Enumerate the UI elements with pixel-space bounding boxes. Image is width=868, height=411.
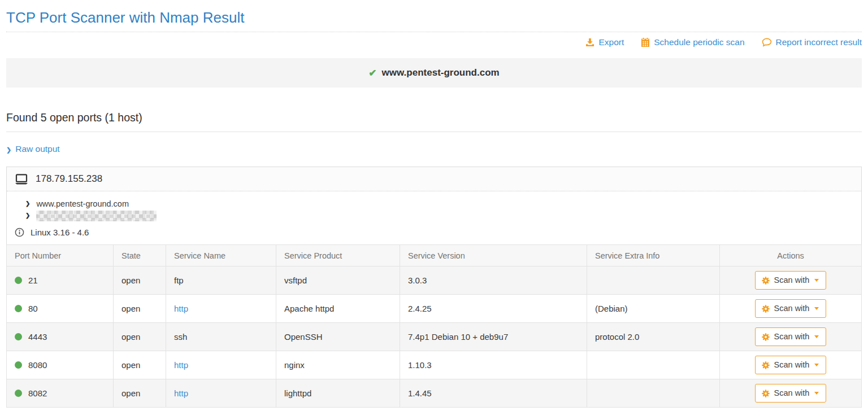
- open-status-dot-icon: [15, 305, 22, 312]
- raw-output-toggle[interactable]: ❯ Raw output: [6, 144, 60, 154]
- host-os-row: Linux 3.16 - 4.6: [15, 228, 853, 237]
- page-title: TCP Port Scanner with Nmap Result: [6, 8, 862, 27]
- port-number: 21: [28, 276, 38, 285]
- table-body: 21 open ftp vsftpd 3.0.3 S: [7, 266, 862, 408]
- host-hostname-row: ❯ www.pentest-ground.com: [15, 198, 853, 209]
- state-cell: open: [114, 295, 166, 323]
- scan-with-button[interactable]: Scan with: [755, 271, 827, 290]
- open-status-dot-icon: [15, 333, 22, 340]
- report-incorrect-result-button[interactable]: Report incorrect result: [762, 37, 862, 47]
- service-product-cell: lighttpd: [276, 379, 400, 408]
- open-status-dot-icon: [15, 277, 22, 284]
- table-row: 8082 open http lighttpd 1.4.45: [7, 379, 862, 408]
- state-cell: open: [114, 266, 166, 295]
- chevron-right-icon: ❯: [25, 212, 30, 218]
- gear-icon: [762, 390, 770, 397]
- gear-icon: [762, 333, 770, 341]
- caret-down-icon: [814, 307, 819, 310]
- scan-with-label: Scan with: [774, 331, 810, 342]
- result-toolbar: Export Schedule periodic scan Report inc…: [6, 32, 862, 53]
- scan-with-label: Scan with: [774, 275, 810, 286]
- service-name[interactable]: http: [174, 304, 188, 313]
- host-os: Linux 3.16 - 4.6: [31, 228, 89, 237]
- port-number: 8080: [28, 360, 47, 370]
- table-row: 80 open http Apache httpd 2.4.25 (Debian…: [7, 295, 862, 323]
- caret-down-icon: [814, 335, 819, 338]
- caret-down-icon: [814, 279, 819, 282]
- info-icon: [15, 228, 24, 237]
- download-icon: [585, 38, 594, 47]
- export-button[interactable]: Export: [585, 37, 624, 47]
- state-cell: open: [114, 323, 166, 351]
- scan-with-button[interactable]: Scan with: [755, 299, 827, 318]
- service-extra-info-cell: [587, 266, 720, 295]
- scan-with-label: Scan with: [774, 388, 810, 399]
- column-header-service-product: Service Product: [276, 245, 400, 266]
- service-name[interactable]: http: [174, 388, 188, 398]
- column-header-actions: Actions: [720, 245, 862, 266]
- service-product-cell: vsftpd: [276, 266, 400, 295]
- port-scanner-results-page: TCP Port Scanner with Nmap Result Export…: [0, 8, 868, 408]
- caret-down-icon: [814, 392, 819, 395]
- service-version-cell: 2.4.25: [400, 295, 587, 323]
- redacted-hostname: [36, 211, 157, 221]
- scan-with-button[interactable]: Scan with: [755, 327, 827, 346]
- port-number: 4443: [28, 332, 47, 342]
- column-header-service-extra-info: Service Extra Info: [587, 245, 720, 266]
- host-hostname: www.pentest-ground.com: [36, 199, 129, 208]
- table-row: 21 open ftp vsftpd 3.0.3 S: [7, 266, 862, 295]
- service-version-cell: 7.4p1 Debian 10 + deb9u7: [400, 323, 587, 351]
- scan-with-button[interactable]: Scan with: [755, 384, 827, 403]
- service-name[interactable]: http: [174, 360, 188, 370]
- scan-with-button[interactable]: Scan with: [755, 356, 827, 374]
- gear-icon: [762, 361, 770, 369]
- table-row: 8080 open http nginx 1.10.3: [7, 351, 862, 379]
- actions-cell: Scan with: [720, 351, 862, 379]
- chevron-right-icon: ❯: [25, 200, 30, 207]
- column-header-port-number: Port Number: [7, 245, 114, 266]
- table-row: 4443 open ssh OpenSSH 7.4p1 Debian 10 + …: [7, 323, 862, 351]
- column-header-state: State: [114, 245, 166, 266]
- service-version-cell: 1.10.3: [400, 351, 587, 379]
- state-cell: open: [114, 379, 166, 408]
- scan-with-label: Scan with: [774, 360, 810, 370]
- column-header-service-name: Service Name: [166, 245, 276, 266]
- speech-bubble-icon: [762, 38, 772, 47]
- schedule-label: Schedule periodic scan: [654, 37, 744, 47]
- service-extra-info-cell: [587, 379, 720, 408]
- actions-cell: Scan with: [720, 379, 862, 408]
- host-ip: 178.79.155.238: [36, 173, 102, 185]
- actions-cell: Scan with: [720, 295, 862, 323]
- actions-cell: Scan with: [720, 266, 862, 295]
- service-name: ssh: [174, 332, 187, 342]
- host-result-card: 178.79.155.238 ❯ www.pentest-ground.com …: [6, 167, 862, 244]
- service-name-cell: http: [166, 295, 276, 323]
- service-version-cell: 1.4.45: [400, 379, 587, 408]
- report-label: Report incorrect result: [776, 37, 862, 47]
- port-cell: 21: [7, 266, 114, 295]
- service-extra-info-cell: protocol 2.0: [587, 323, 720, 351]
- caret-down-icon: [814, 364, 819, 366]
- service-product-cell: Apache httpd: [276, 295, 400, 323]
- host-details: ❯ www.pentest-ground.com ❯ Linux 3.16 - …: [7, 191, 861, 244]
- check-icon: ✔: [368, 68, 376, 78]
- laptop-icon: [15, 174, 28, 185]
- scan-target-banner: ✔ www.pentest-ground.com: [6, 58, 862, 88]
- service-product-cell: nginx: [276, 351, 400, 379]
- service-extra-info-cell: [587, 351, 720, 379]
- service-version-cell: 3.0.3: [400, 266, 587, 295]
- service-extra-info-cell: (Debian): [587, 295, 720, 323]
- port-cell: 4443: [7, 323, 114, 351]
- table-header-row: Port Number State Service Name Service P…: [7, 245, 862, 266]
- service-product-cell: OpenSSH: [276, 323, 400, 351]
- service-name-cell: http: [166, 351, 276, 379]
- port-number: 80: [28, 304, 38, 313]
- port-cell: 8080: [7, 351, 114, 379]
- open-status-dot-icon: [15, 390, 22, 397]
- schedule-periodic-scan-button[interactable]: Schedule periodic scan: [641, 37, 744, 47]
- gear-icon: [762, 277, 770, 285]
- gear-icon: [762, 305, 770, 313]
- port-cell: 80: [7, 295, 114, 323]
- service-name-cell: ftp: [166, 266, 276, 295]
- export-label: Export: [598, 37, 624, 47]
